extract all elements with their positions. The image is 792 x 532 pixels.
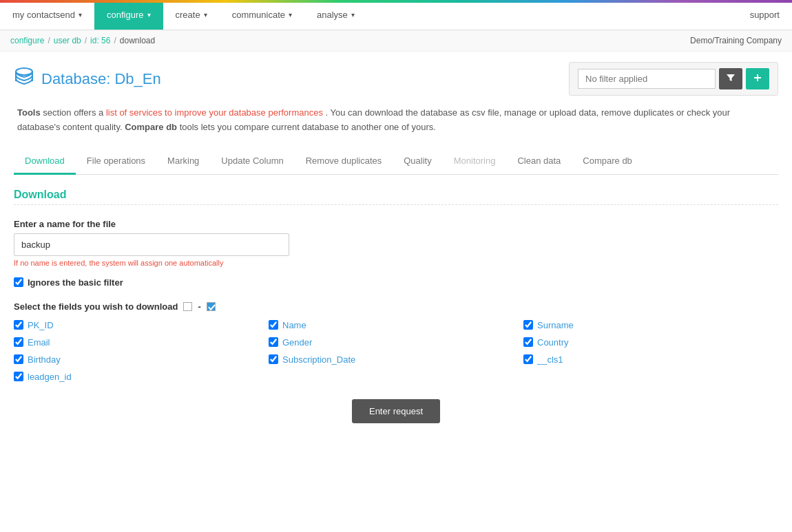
- tab-marking[interactable]: Marking: [156, 149, 210, 175]
- filter-button[interactable]: [719, 68, 742, 89]
- submit-button[interactable]: Enter request: [352, 399, 440, 423]
- company-name: Demo/Training Company: [690, 36, 782, 45]
- field-label-leadgen-id[interactable]: leadgen_id: [28, 372, 72, 382]
- submit-area: Enter request: [14, 399, 778, 423]
- page-title: Database: Db_En: [41, 70, 161, 88]
- field-label-pk-id[interactable]: PK_ID: [28, 320, 54, 330]
- nav-support[interactable]: support: [738, 0, 792, 30]
- nav-label: my contactsend: [12, 10, 75, 20]
- nav-label: support: [750, 10, 780, 20]
- field-name: Name: [269, 320, 523, 330]
- field-checkbox-birthday[interactable]: [14, 354, 23, 364]
- filter-area: No filter applied: [569, 62, 778, 96]
- highlight-link: list of services to improve your databas…: [106, 107, 323, 118]
- nav-configure[interactable]: configure ▾: [94, 0, 163, 30]
- add-filter-button[interactable]: [746, 68, 769, 89]
- field-pk-id: PK_ID: [14, 320, 269, 330]
- field-email: Email: [14, 337, 269, 348]
- breadcrumb-links: configure / user db / id: 56 / download: [10, 36, 155, 45]
- svg-point-0: [16, 68, 32, 75]
- field-label-email[interactable]: Email: [28, 337, 50, 348]
- field-checkbox-email[interactable]: [14, 337, 23, 347]
- breadcrumb-id[interactable]: id: 56: [90, 36, 110, 45]
- tab-monitoring[interactable]: Monitoring: [443, 149, 507, 175]
- nav-my-contactsend[interactable]: my contactsend ▾: [0, 0, 94, 30]
- field-country: Country: [523, 337, 778, 348]
- breadcrumb: configure / user db / id: 56 / download …: [0, 30, 792, 52]
- tab-update-column[interactable]: Update Column: [210, 149, 294, 175]
- field-leadgen-id: leadgen_id: [14, 372, 269, 382]
- nav-analyse[interactable]: analyse ▾: [304, 0, 367, 30]
- field-label-cls1[interactable]: __cls1: [537, 354, 563, 365]
- field-label-country[interactable]: Country: [537, 337, 569, 348]
- database-icon: [14, 66, 34, 92]
- field-label-gender[interactable]: Gender: [282, 337, 312, 348]
- file-name-hint: If no name is entered, the system will a…: [14, 259, 778, 267]
- description-text: Tools section offers a list of services …: [14, 106, 778, 135]
- field-surname: Surname: [523, 320, 778, 330]
- chevron-down-icon: ▾: [289, 11, 292, 19]
- field-checkbox-gender[interactable]: [269, 337, 278, 347]
- tab-download[interactable]: Download: [14, 149, 76, 175]
- field-checkbox-subscription-date[interactable]: [269, 354, 278, 364]
- field-label-birthday[interactable]: Birthday: [28, 354, 61, 365]
- nav-label: analyse: [317, 10, 348, 20]
- ignore-filter-row: Ignores the basic filter: [14, 277, 778, 288]
- file-name-input[interactable]: [14, 233, 289, 256]
- fields-select-label: Select the fields you wish to download: [14, 301, 178, 312]
- tab-compare-db[interactable]: Compare db: [572, 149, 643, 175]
- chevron-down-icon: ▾: [147, 11, 151, 19]
- field-checkbox-country[interactable]: [523, 337, 533, 347]
- section-title: Download: [14, 189, 778, 205]
- top-nav: my contactsend ▾ configure ▾ create ▾ co…: [0, 0, 792, 30]
- nav-create[interactable]: create ▾: [163, 0, 220, 30]
- field-subscription-date: Subscription_Date: [269, 354, 523, 365]
- tab-remove-duplicates[interactable]: Remove duplicates: [295, 149, 393, 175]
- tab-clean-data[interactable]: Clean data: [506, 149, 572, 175]
- fields-header: Select the fields you wish to download -: [14, 301, 778, 312]
- download-section: Download Enter a name for the file If no…: [14, 189, 778, 423]
- ignore-filter-checkbox[interactable]: [14, 277, 23, 287]
- field-cls1: __cls1: [523, 354, 778, 365]
- nav-communicate[interactable]: communicate ▾: [220, 0, 304, 30]
- main-content: Database: Db_En No filter applied Tools …: [0, 52, 792, 434]
- breadcrumb-configure[interactable]: configure: [10, 36, 44, 45]
- fields-grid: PK_ID Name Surname Email Gender Count: [14, 320, 778, 382]
- breadcrumb-user-db[interactable]: user db: [54, 36, 81, 45]
- file-name-label: Enter a name for the file: [14, 219, 778, 229]
- field-gender: Gender: [269, 337, 523, 348]
- breadcrumb-current: download: [120, 36, 155, 45]
- field-checkbox-surname[interactable]: [523, 320, 533, 330]
- chevron-down-icon: ▾: [351, 11, 355, 19]
- db-title-row: Database: Db_En: [14, 66, 161, 92]
- db-header: Database: Db_En No filter applied: [14, 62, 778, 96]
- nav-label: communicate: [232, 10, 285, 20]
- field-label-name[interactable]: Name: [282, 320, 306, 330]
- field-label-surname[interactable]: Surname: [537, 320, 574, 330]
- field-checkbox-pk-id[interactable]: [14, 320, 23, 330]
- chevron-down-icon: ▾: [79, 11, 82, 19]
- uncheck-all-box[interactable]: [183, 302, 192, 311]
- field-checkbox-leadgen-id[interactable]: [14, 372, 23, 381]
- field-label-subscription-date[interactable]: Subscription_Date: [282, 354, 355, 365]
- check-all-box[interactable]: [207, 302, 216, 311]
- nav-label: configure: [107, 10, 143, 20]
- filter-select[interactable]: No filter applied: [578, 69, 716, 89]
- field-checkbox-name[interactable]: [269, 320, 278, 330]
- tools-label: Tools: [17, 107, 41, 118]
- ignore-filter-label: Ignores the basic filter: [28, 277, 123, 288]
- file-name-group: Enter a name for the file If no name is …: [14, 219, 778, 267]
- nav-label: create: [176, 10, 200, 20]
- field-birthday: Birthday: [14, 354, 269, 365]
- field-checkbox-cls1[interactable]: [523, 354, 533, 364]
- compare-db-label: Compare db: [125, 122, 177, 132]
- tabs: Download File operations Marking Update …: [14, 149, 778, 175]
- tab-file-operations[interactable]: File operations: [76, 149, 156, 175]
- tab-quality[interactable]: Quality: [393, 149, 442, 175]
- chevron-down-icon: ▾: [204, 11, 207, 19]
